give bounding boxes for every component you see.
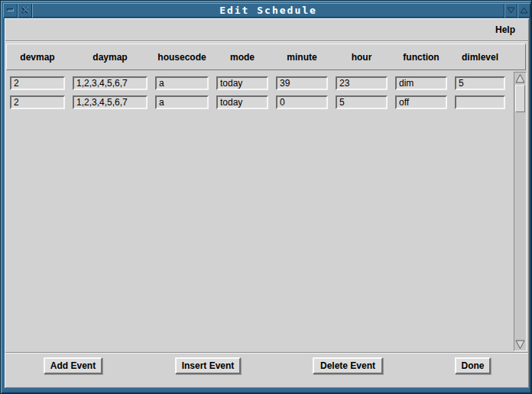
done-button[interactable]: Done xyxy=(455,357,491,374)
button-bar-separator xyxy=(5,352,528,354)
window-shade-button[interactable] xyxy=(504,3,517,18)
field-daymap-row1[interactable] xyxy=(73,76,148,90)
triangle-down-icon xyxy=(506,5,516,15)
menubar-separator xyxy=(5,40,528,42)
menu-help[interactable]: Help xyxy=(492,23,518,37)
minimize-icon xyxy=(5,5,15,15)
edit-schedule-window: Edit Schedule Help devmap daymap houseco… xyxy=(0,0,532,394)
field-dimlevel-row2[interactable] xyxy=(455,95,505,109)
vertical-scrollbar[interactable] xyxy=(514,72,527,351)
insert-event-button[interactable]: Insert Event xyxy=(175,357,241,374)
triangle-up-icon xyxy=(519,5,529,15)
field-function-row2[interactable] xyxy=(395,95,447,109)
add-event-button[interactable]: Add Event xyxy=(44,357,102,374)
column-header-daymap: daymap xyxy=(73,52,148,63)
menubar: Help xyxy=(5,18,529,40)
field-devmap-row2[interactable] xyxy=(10,95,65,109)
minimize-button[interactable] xyxy=(3,3,18,18)
column-header-hour: hour xyxy=(336,52,388,63)
scroll-up-button[interactable] xyxy=(515,73,525,84)
titlebar[interactable]: Edit Schedule xyxy=(3,3,530,18)
scroll-thumb[interactable] xyxy=(515,85,525,112)
scroll-down-icon xyxy=(515,340,525,350)
field-minute-row2[interactable] xyxy=(276,95,328,109)
window-content: Help devmap daymap housecode mode minute… xyxy=(5,18,529,388)
close-button[interactable] xyxy=(18,3,32,18)
column-header-mode: mode xyxy=(216,52,268,63)
field-mode-row2[interactable] xyxy=(216,95,268,109)
field-mode-row1[interactable] xyxy=(216,76,268,90)
column-header-housecode: housecode xyxy=(155,52,209,63)
column-header-panel: devmap daymap housecode mode minute hour… xyxy=(6,44,526,70)
field-dimlevel-row1[interactable] xyxy=(455,76,505,90)
field-hour-row1[interactable] xyxy=(336,76,388,90)
close-icon xyxy=(20,5,30,15)
scroll-down-button[interactable] xyxy=(515,339,525,350)
column-header-function: function xyxy=(395,52,447,63)
scroll-up-icon xyxy=(515,73,525,83)
field-function-row1[interactable] xyxy=(395,76,447,90)
field-housecode-row2[interactable] xyxy=(155,95,209,109)
column-header-devmap: devmap xyxy=(10,52,65,63)
field-housecode-row1[interactable] xyxy=(155,76,209,90)
event-row-2 xyxy=(10,95,505,109)
field-hour-row2[interactable] xyxy=(336,95,388,109)
delete-event-button[interactable]: Delete Event xyxy=(313,357,383,374)
event-row-1 xyxy=(10,76,505,90)
window-title: Edit Schedule xyxy=(32,3,504,18)
column-header-dimlevel: dimlevel xyxy=(455,52,505,63)
field-minute-row1[interactable] xyxy=(276,76,328,90)
field-devmap-row1[interactable] xyxy=(10,76,65,90)
maximize-button[interactable] xyxy=(517,3,530,18)
field-daymap-row2[interactable] xyxy=(73,95,148,109)
column-header-minute: minute xyxy=(276,52,328,63)
